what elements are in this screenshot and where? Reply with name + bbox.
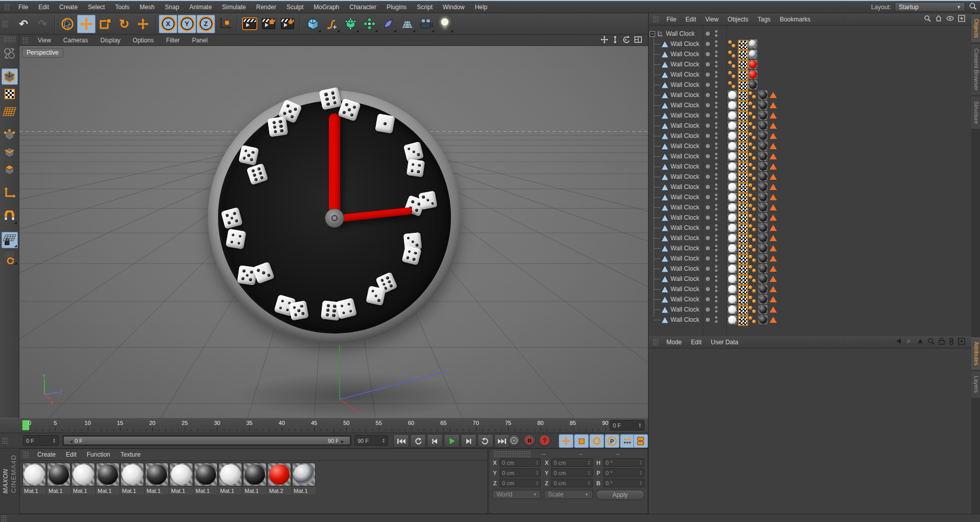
phong-tag[interactable]: [769, 203, 778, 212]
object-row[interactable]: Wall Clock: [649, 233, 971, 243]
coordinate-system-button[interactable]: [216, 15, 234, 33]
controls-grip[interactable]: [2, 437, 8, 444]
value-stepper[interactable]: ▲▼: [588, 470, 590, 475]
rotate-button[interactable]: ↻: [115, 15, 133, 33]
record-keyframes-button[interactable]: [508, 434, 520, 447]
menu-item-plugins[interactable]: Plugins: [381, 4, 412, 11]
phong-tag[interactable]: [769, 152, 778, 161]
scale-button[interactable]: [96, 15, 114, 33]
material-tag-black[interactable]: [758, 162, 768, 171]
material-tag-white[interactable]: [728, 182, 737, 192]
menu-item-mograph[interactable]: MoGraph: [308, 4, 344, 11]
material-swatch[interactable]: Mat.1: [22, 463, 46, 494]
object-row[interactable]: Wall Clock: [649, 59, 971, 69]
menu-item-render[interactable]: Render: [251, 4, 281, 11]
last-used-tool-button[interactable]: [134, 15, 152, 33]
move-button[interactable]: [77, 15, 95, 33]
toolbar-grip[interactable]: [2, 20, 8, 28]
material-tag-black[interactable]: [758, 101, 768, 110]
texture-tag[interactable]: [738, 121, 747, 130]
texture-tag[interactable]: [738, 274, 747, 283]
lock-y-button[interactable]: Y: [178, 15, 196, 33]
size-x-field[interactable]: X0 cm▲▼: [544, 458, 592, 467]
object-row[interactable]: Wall Clock: [649, 69, 971, 80]
material-tag-red[interactable]: [748, 70, 757, 79]
menu-item-viewport-panel[interactable]: Panel: [186, 37, 214, 44]
phong-tag[interactable]: [769, 295, 778, 304]
visibility-dots[interactable]: [704, 29, 724, 39]
polygons-mode-button[interactable]: [2, 161, 18, 178]
object-row[interactable]: Wall Clock: [649, 151, 971, 161]
model-mode-button[interactable]: [2, 68, 18, 85]
play-backwards-button[interactable]: [410, 434, 426, 448]
display-tag[interactable]: [748, 223, 757, 232]
history-back-icon[interactable]: [895, 338, 902, 346]
visibility-dots[interactable]: [704, 39, 724, 49]
material-tag-black[interactable]: [758, 274, 768, 283]
home-icon[interactable]: [935, 15, 942, 23]
material-tag-white[interactable]: [728, 162, 737, 171]
cursor-up-icon[interactable]: [917, 338, 923, 346]
texture-tag[interactable]: [738, 80, 747, 89]
display-tag[interactable]: [748, 284, 757, 294]
menu-item-mesh[interactable]: Mesh: [134, 4, 159, 11]
keyframe-selection-button[interactable]: [633, 434, 648, 448]
visibility-dots[interactable]: [704, 151, 724, 161]
texture-tag[interactable]: [738, 101, 747, 110]
object-row[interactable]: Wall Clock: [649, 90, 971, 100]
object-row[interactable]: Wall Clock: [649, 223, 971, 233]
material-tag-black[interactable]: [758, 284, 768, 294]
visibility-dots[interactable]: [704, 264, 724, 274]
visibility-dots[interactable]: [704, 223, 724, 233]
material-tag-white[interactable]: [728, 131, 737, 140]
rotation-b-field[interactable]: B0 °▲▼: [596, 479, 644, 487]
phong-tag[interactable]: [769, 90, 778, 100]
menu-item-viewport-display[interactable]: Display: [94, 37, 126, 44]
material-tag-red[interactable]: [748, 60, 757, 69]
menu-item-viewport-filter[interactable]: Filter: [160, 37, 186, 44]
undo-button[interactable]: ↶: [14, 15, 33, 33]
position-z-field[interactable]: Z0 cm▲▼: [492, 479, 541, 487]
search-icon[interactable]: [924, 15, 931, 23]
material-tag-white[interactable]: [728, 90, 737, 100]
menu-item-viewport-cameras[interactable]: Cameras: [57, 37, 94, 44]
phong-tag[interactable]: [769, 244, 778, 253]
phong-tag[interactable]: [769, 141, 778, 151]
visibility-dots[interactable]: [704, 294, 724, 304]
display-tag[interactable]: [748, 203, 757, 212]
object-row[interactable]: Wall Clock: [649, 100, 971, 110]
menu-item-sculpt[interactable]: Sculpt: [281, 4, 308, 11]
value-input[interactable]: 0 cm▲▼: [551, 479, 592, 487]
preview-range-slider[interactable]: ◀0 F 90 F▶: [62, 435, 351, 446]
play-forwards-button[interactable]: [444, 434, 460, 448]
material-tag-black[interactable]: [758, 172, 768, 181]
lock-workplane-button[interactable]: [2, 232, 18, 248]
value-input[interactable]: 0 cm▲▼: [551, 468, 592, 477]
key-parameters-button[interactable]: P: [605, 434, 619, 448]
play-cycle-button[interactable]: [477, 434, 493, 448]
display-tag[interactable]: [748, 111, 757, 120]
visibility-dots[interactable]: [704, 192, 724, 202]
add-panel-icon[interactable]: [958, 338, 965, 346]
material-tag-black[interactable]: [758, 203, 768, 212]
material-tag-black[interactable]: [758, 141, 768, 151]
menu-item-om-objects[interactable]: Objects: [723, 16, 753, 23]
search-icon[interactable]: [969, 2, 977, 12]
add-cube-button[interactable]: [303, 15, 322, 33]
lock-z-button[interactable]: Z: [197, 15, 215, 33]
object-row[interactable]: Wall Clock: [649, 131, 971, 141]
texture-tag[interactable]: [738, 233, 747, 243]
texture-tag[interactable]: [738, 315, 747, 324]
texture-tag[interactable]: [738, 295, 747, 304]
eye-icon[interactable]: [946, 15, 954, 23]
object-manager-grip[interactable]: [653, 16, 659, 23]
tab-content-browser[interactable]: Content Browser: [971, 44, 980, 95]
visibility-dots[interactable]: [704, 233, 724, 243]
menu-item-script[interactable]: Script: [412, 4, 438, 11]
material-tag-white[interactable]: [728, 193, 737, 202]
material-swatch[interactable]: Mat.1: [145, 463, 169, 494]
add-deformer-button[interactable]: [379, 15, 397, 33]
object-row[interactable]: Wall Clock: [649, 274, 971, 284]
texture-tag[interactable]: [738, 50, 747, 59]
material-tag-white[interactable]: [728, 274, 737, 283]
